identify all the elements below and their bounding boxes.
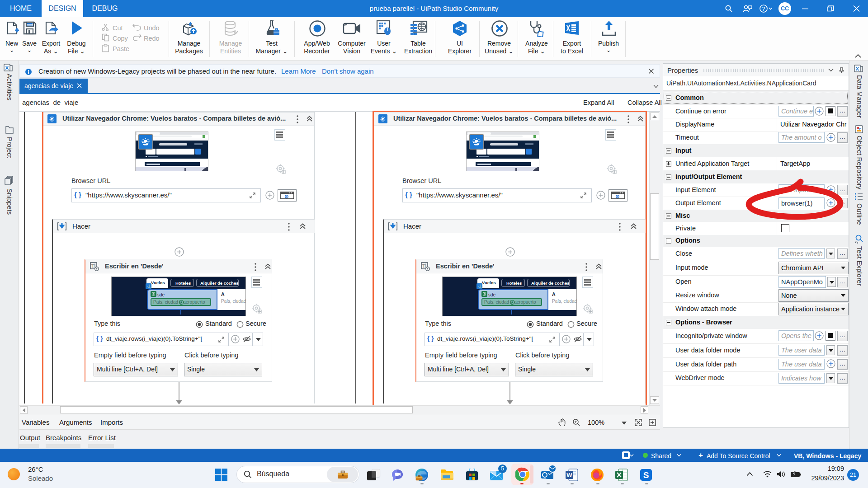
svg-text:T: T (91, 263, 94, 268)
svg-text:S: S (643, 470, 649, 480)
svg-text:?: ? (762, 6, 765, 12)
svg-text:W: W (566, 472, 572, 479)
